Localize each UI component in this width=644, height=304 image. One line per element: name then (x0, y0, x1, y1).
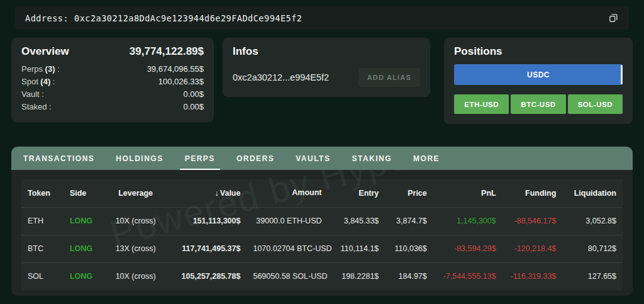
cell-funding: -88,546.17$ (502, 207, 563, 235)
address-value: 0xc2a30212a8DdAc9e123944d6e29FADdCe994E5… (74, 13, 302, 23)
cell-liquidation: 127.65$ (562, 262, 623, 290)
cell-side: LONG (64, 235, 106, 262)
cell-funding: -120,218.4$ (502, 235, 563, 262)
cell-pnl: -83,594.29$ (433, 235, 502, 262)
cell-amount: 1070.02704 BTC-USD (247, 235, 328, 262)
cell-amount: 39000.0 ETH-USD (247, 207, 328, 235)
cell-token: ETH (21, 207, 64, 235)
cell-token: SOL (21, 262, 64, 290)
tab-vaults[interactable]: VAULTS (285, 147, 341, 170)
cell-funding: -116,319.33$ (502, 262, 563, 290)
table-row-eth: ETH LONG 10X (cross) 151,113,300$ 39000.… (21, 207, 623, 235)
cell-leverage: 10X (cross) (106, 262, 166, 290)
cell-value: 105,257,285.78$ (165, 262, 247, 290)
infos-title: Infos (233, 45, 258, 57)
cell-entry: 110,114.1$ (328, 235, 386, 262)
tab-transactions[interactable]: TRANSACTIONS (13, 147, 105, 170)
positions-card: Positions USDC ETH-USD BTC-USD SOL-USD (444, 38, 633, 124)
cell-leverage: 10X (cross) (106, 207, 166, 235)
table-row-btc: BTC LONG 13X (cross) 117,741,495.37$ 107… (21, 235, 623, 262)
tab-holdings[interactable]: HOLDINGS (105, 147, 174, 170)
overview-title: Overview (21, 45, 69, 58)
address-label: Address: (25, 13, 69, 23)
overview-total-value: 39,774,122.89$ (130, 45, 204, 58)
overview-row-vault: Vault : 0.00$ (21, 88, 204, 101)
header-price[interactable]: Price (385, 179, 433, 207)
cell-entry: 198.2281$ (328, 262, 386, 290)
perp-pairs-row: ETH-USD BTC-USD SOL-USD (454, 94, 623, 114)
tab-orders[interactable]: ORDERS (226, 147, 285, 170)
cell-liquidation: 3,052.8$ (562, 207, 623, 235)
header-token[interactable]: Token (21, 179, 64, 207)
summary-cards-row: Overview 39,774,122.89$ Perps (3) : 39,6… (11, 38, 633, 124)
cell-value: 151,113,300$ (165, 207, 247, 235)
perps-panel: Powered by Hyperliquid Token Side Levera… (11, 170, 633, 296)
tab-more[interactable]: MORE (402, 147, 450, 170)
cell-side: LONG (64, 262, 106, 290)
address-bar: Address: 0xc2a30212a8DdAc9e123944d6e29FA… (15, 6, 629, 30)
cell-price: 110,036$ (385, 235, 433, 262)
table-header-row: Token Side Leverage ↓Value Amount Entry … (21, 179, 623, 207)
staked-value: 0.00$ (183, 101, 204, 113)
cell-amount: 569050.58 SOL-USD (247, 262, 328, 290)
cell-token: BTC (21, 235, 64, 262)
tab-perps[interactable]: PERPS (174, 147, 226, 170)
usdc-row-scrollbar[interactable] (621, 65, 623, 84)
overview-row-perps: Perps (3) : 39,674,096.55$ (21, 63, 204, 76)
cell-side: LONG (64, 207, 106, 235)
tab-staking[interactable]: STAKING (341, 147, 402, 170)
table-row-sol: SOL LONG 10X (cross) 105,257,285.78$ 569… (21, 262, 623, 290)
main-panel: TRANSACTIONS HOLDINGS PERPS ORDERS VAULT… (11, 147, 633, 296)
infos-card: Infos 0xc2a30212...e994E5f2 ADD ALIAS (223, 38, 430, 97)
perps-value: 39,674,096.55$ (147, 63, 204, 76)
sort-descending-icon: ↓ (215, 189, 219, 198)
position-button-usdc[interactable]: USDC (454, 64, 623, 85)
add-alias-button[interactable]: ADD ALIAS (358, 68, 420, 87)
header-liquidation[interactable]: Liquidation (562, 179, 623, 207)
spot-value: 100,026.33$ (158, 76, 204, 88)
cell-price: 3,874.7$ (385, 207, 433, 235)
overview-row-staked: Staked : 0.00$ (21, 101, 204, 113)
vault-value: 0.00$ (183, 88, 204, 101)
perps-table: Token Side Leverage ↓Value Amount Entry … (21, 179, 623, 290)
cell-entry: 3,845.33$ (328, 207, 386, 235)
cell-value: 117,741,495.37$ (165, 235, 247, 262)
header-leverage[interactable]: Leverage (106, 179, 166, 207)
positions-title: Positions (454, 45, 502, 57)
overview-card: Overview 39,774,122.89$ Perps (3) : 39,6… (11, 38, 214, 122)
position-button-btc-usd[interactable]: BTC-USD (511, 94, 565, 114)
overview-row-spot: Spot (4) : 100,026.33$ (21, 76, 204, 88)
infos-address-short: 0xc2a30212...e994E5f2 (233, 72, 329, 82)
usdc-label: USDC (527, 70, 550, 79)
cell-leverage: 13X (cross) (106, 235, 166, 262)
position-button-eth-usd[interactable]: ETH-USD (454, 94, 509, 114)
header-funding[interactable]: Funding (502, 179, 563, 207)
cell-pnl: 1,145,300$ (433, 207, 502, 235)
cell-liquidation: 80,712$ (562, 235, 623, 262)
header-value[interactable]: ↓Value (165, 179, 247, 207)
copy-address-button[interactable] (604, 9, 623, 28)
header-amount[interactable]: Amount (247, 179, 328, 207)
cell-price: 184.97$ (385, 262, 433, 290)
tab-bar: TRANSACTIONS HOLDINGS PERPS ORDERS VAULT… (11, 147, 633, 170)
header-side[interactable]: Side (64, 179, 106, 207)
header-entry[interactable]: Entry (328, 179, 386, 207)
cell-pnl: -7,544,555.13$ (433, 262, 502, 290)
header-pnl[interactable]: PnL (433, 179, 502, 207)
position-button-sol-usd[interactable]: SOL-USD (568, 94, 623, 114)
copy-icon (608, 13, 619, 23)
